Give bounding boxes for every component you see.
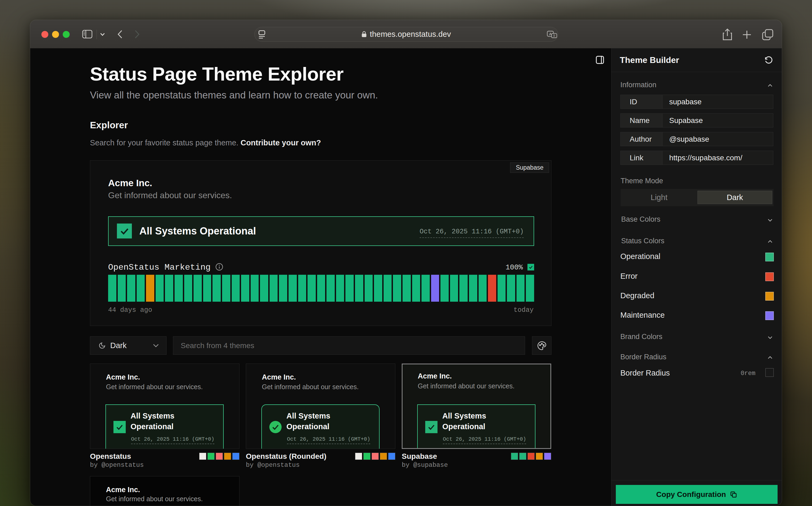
svg-text:文: 文 (552, 34, 556, 37)
